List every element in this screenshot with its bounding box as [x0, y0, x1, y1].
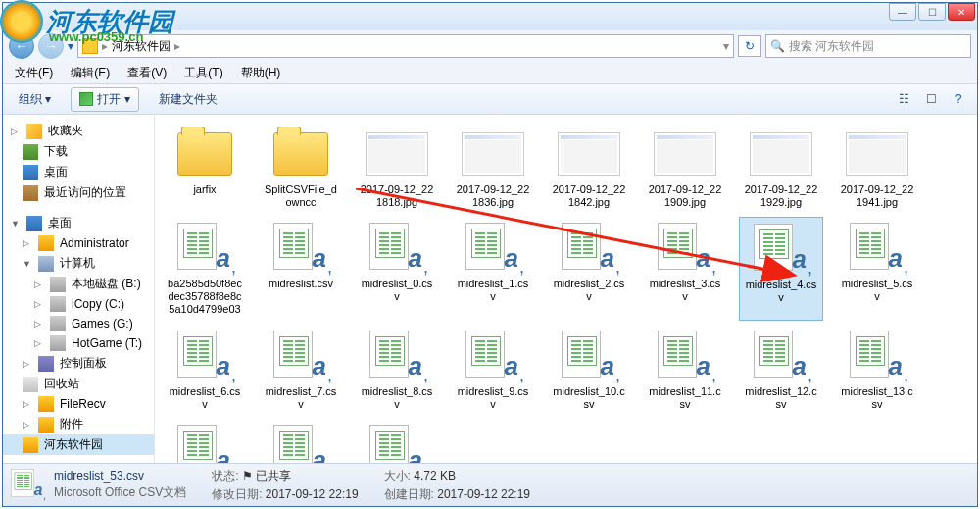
file-item[interactable]: 2017-09-12_221836.jpg	[451, 123, 535, 213]
file-item[interactable]: a,midreslist_5.csv	[835, 217, 919, 321]
sidebar-item-drive-c[interactable]: ▷iCopy (C:)	[3, 294, 154, 314]
sidebar-item-current-folder[interactable]: 河东软件园	[3, 434, 154, 455]
sidebar-item-attachments[interactable]: ▷附件	[3, 414, 154, 434]
sidebar-item-filerecv[interactable]: ▷FileRecv	[3, 394, 154, 414]
title-bar[interactable]: — ☐ ✕	[3, 3, 977, 30]
file-item[interactable]: a,midreslist.csv	[259, 217, 343, 321]
sidebar-item-control-panel[interactable]: ▷控制面板	[3, 353, 154, 374]
organize-button[interactable]: 组织 ▾	[11, 88, 59, 111]
file-item[interactable]: 2017-09-12_221941.jpg	[835, 123, 919, 213]
file-name-label: 2017-09-12_221929.jpg	[743, 183, 819, 209]
address-bar: ← → ▾ ▸ 河东软件园 ▸ ▾ ↻ 🔍 搜索 河东软件园	[3, 30, 977, 62]
file-item[interactable]: a,midreslist_14.csv	[163, 419, 247, 463]
forward-button[interactable]: →	[38, 33, 64, 59]
file-item[interactable]: 2017-09-12_221929.jpg	[739, 123, 823, 213]
file-item[interactable]: a,midreslist_1.csv	[451, 217, 535, 321]
new-folder-button[interactable]: 新建文件夹	[151, 88, 225, 111]
csv-icon: a,	[267, 221, 335, 276]
selected-file-type: Microsoft Office CSV文档	[54, 484, 186, 501]
breadcrumb-dropdown[interactable]: ▾	[723, 39, 729, 53]
csv-icon: a,	[555, 329, 623, 383]
open-button-label: 打开 ▾	[97, 91, 129, 108]
csv-icon: a,	[651, 329, 719, 383]
sidebar-item-recent[interactable]: 最近访问的位置	[3, 182, 154, 203]
file-item[interactable]: a,midreslist_13.csv	[835, 325, 919, 415]
menu-file[interactable]: 文件(F)	[7, 63, 61, 83]
sidebar-item-drive-g[interactable]: ▷Games (G:)	[3, 314, 154, 333]
menu-help[interactable]: 帮助(H)	[233, 63, 289, 83]
file-item[interactable]: a,midreslist_8.csv	[355, 325, 439, 415]
csv-icon: a,	[267, 329, 335, 383]
recycle-bin-icon	[23, 377, 38, 392]
file-name-label: midreslist_7.csv	[263, 385, 339, 411]
csv-icon: a,	[171, 221, 239, 276]
menu-view[interactable]: 查看(V)	[120, 63, 174, 83]
sidebar-item-drive-b[interactable]: ▷本地磁盘 (B:)	[3, 274, 154, 294]
sidebar-item-downloads[interactable]: 下载	[3, 141, 154, 162]
sidebar-item-computer[interactable]: ▼计算机	[3, 253, 154, 274]
file-name-label: 2017-09-12_221818.jpg	[359, 183, 435, 209]
folder-icon	[82, 38, 98, 54]
csv-icon: a,	[843, 221, 911, 276]
file-name-label: 2017-09-12_221909.jpg	[647, 183, 723, 209]
modified-value: 2017-09-12 22:19	[266, 487, 359, 501]
refresh-button[interactable]: ↻	[738, 35, 761, 57]
file-item[interactable]: a,midreslist_6.csv	[163, 325, 247, 415]
desktop-icon	[26, 216, 42, 231]
sidebar-item-recycle-bin[interactable]: 回收站	[3, 374, 154, 394]
nav-history-dropdown[interactable]: ▾	[68, 39, 74, 53]
file-item[interactable]: a,ba2585d50f8ecdec35788f8e8c5a10d4799e03…	[163, 217, 247, 321]
breadcrumb-separator-icon: ▸	[102, 39, 108, 53]
modified-label: 修改日期:	[212, 487, 262, 501]
file-item[interactable]: 2017-09-12_221909.jpg	[643, 123, 727, 213]
file-item[interactable]: a,midreslist_7.csv	[259, 325, 343, 415]
sidebar-desktop-header[interactable]: ▼桌面	[3, 213, 154, 233]
sidebar-item-administrator[interactable]: ▷Administrator	[3, 233, 154, 253]
sidebar-item-drive-t[interactable]: ▷HotGame (T:)	[3, 333, 154, 353]
preview-pane-button[interactable]: ☐	[920, 88, 942, 110]
jpg-icon	[363, 127, 431, 181]
state-label: 状态:	[212, 469, 238, 483]
file-item[interactable]: a,midreslist_15.csv	[259, 419, 343, 463]
file-item[interactable]: 2017-09-12_221842.jpg	[547, 123, 631, 213]
view-options-button[interactable]: ☷	[893, 88, 914, 110]
file-name-label: midreslist_2.csv	[551, 278, 627, 303]
file-item[interactable]: a,midreslist_16.csv	[355, 419, 439, 463]
file-name-label: 2017-09-12_221836.jpg	[455, 183, 531, 209]
menu-tools[interactable]: 工具(T)	[176, 63, 230, 83]
file-item[interactable]: a,midreslist_0.csv	[355, 217, 439, 321]
minimize-button[interactable]: —	[889, 3, 916, 21]
file-item[interactable]: a,midreslist_3.csv	[643, 217, 727, 321]
folder-icon	[38, 396, 54, 412]
breadcrumb[interactable]: ▸ 河东软件园 ▸ ▾	[77, 34, 734, 58]
menu-edit[interactable]: 编辑(E)	[63, 63, 118, 83]
open-button[interactable]: 打开 ▾	[71, 87, 138, 112]
file-item[interactable]: a,midreslist_2.csv	[547, 217, 631, 321]
file-item[interactable]: a,midreslist_9.csv	[451, 325, 535, 415]
file-item[interactable]: a,midreslist_10.csv	[547, 325, 631, 415]
csv-icon: a,	[459, 329, 527, 383]
file-name-label: midreslist_9.csv	[455, 385, 531, 411]
file-item[interactable]: jarfix	[163, 123, 247, 213]
window-controls: — ☐ ✕	[887, 3, 975, 21]
search-input[interactable]: 🔍 搜索 河东软件园	[765, 34, 971, 58]
file-item[interactable]: a,midreslist_4.csv	[739, 217, 823, 321]
sidebar-favorites-header[interactable]: ▷收藏夹	[3, 121, 154, 141]
file-item[interactable]: SplitCSVFile_downcc	[259, 123, 343, 213]
file-item[interactable]: a,midreslist_12.csv	[739, 325, 823, 415]
state-value: ⚑ 已共享	[242, 469, 291, 483]
file-name-label: midreslist_6.csv	[167, 385, 243, 411]
back-button[interactable]: ←	[9, 33, 34, 59]
file-name-label: ba2585d50f8ecdec35788f8e8c5a10d4799e038b…	[167, 278, 243, 317]
sidebar-item-desktop[interactable]: 桌面	[3, 162, 154, 182]
file-item[interactable]: 2017-09-12_221818.jpg	[355, 123, 439, 213]
jpg-icon	[651, 127, 719, 181]
breadcrumb-separator-icon: ▸	[174, 39, 180, 53]
help-button[interactable]: ?	[948, 88, 969, 110]
close-button[interactable]: ✕	[948, 3, 975, 21]
maximize-button[interactable]: ☐	[918, 3, 946, 21]
file-item[interactable]: a,midreslist_11.csv	[643, 325, 727, 415]
file-list-pane[interactable]: jarfixSplitCSVFile_downcc2017-09-12_2218…	[155, 115, 977, 463]
breadcrumb-item[interactable]: 河东软件园	[112, 38, 171, 55]
control-panel-icon	[38, 356, 54, 372]
